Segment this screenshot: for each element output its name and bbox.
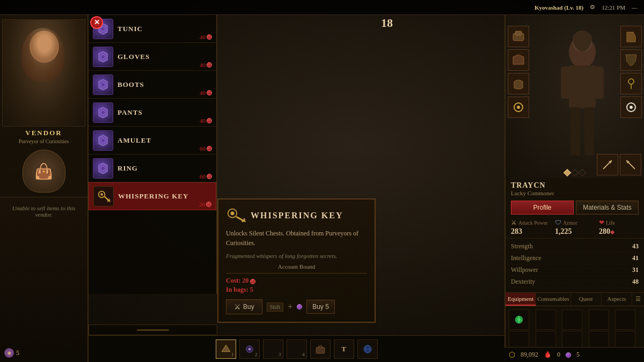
eq-slot-chest[interactable]: [508, 49, 529, 71]
char-class: Lucky Commoner: [506, 190, 644, 198]
sword-icon: ⚔: [511, 219, 517, 227]
action-slot-bag[interactable]: [310, 339, 331, 359]
action-slot-1[interactable]: 1: [216, 339, 236, 359]
materials-button[interactable]: Materials & Stats: [576, 201, 639, 215]
eq-slot-ring2[interactable]: [620, 97, 642, 118]
obol-icon: ◆: [4, 348, 14, 358]
tab-menu-icon[interactable]: ☰: [632, 293, 644, 306]
amulet-cost: 60: [200, 145, 212, 152]
buy5-gem-icon: [297, 304, 302, 309]
svg-rect-25: [593, 67, 604, 99]
vendor-currency-bar: ◆ 5: [4, 348, 19, 358]
vendor-bag: 👜: [23, 150, 65, 193]
dexterity-value: 48: [632, 278, 639, 286]
player-name: Kyovashad (Lv. 18): [535, 4, 583, 11]
shop-item-amulet[interactable]: AMULET 60: [89, 127, 216, 154]
life-label: ❤ Life: [599, 219, 639, 227]
svg-point-36: [630, 106, 633, 109]
action-slot-T[interactable]: T: [334, 339, 354, 359]
top-bar-icon: ⚙: [590, 4, 595, 11]
minimize-icon[interactable]: —: [632, 4, 638, 11]
boots-name: BOOTS: [118, 80, 212, 89]
gloves-icon: [93, 47, 113, 67]
vendor-label: VENDOR Purveyor of Curiosities: [19, 129, 69, 144]
svg-point-44: [248, 348, 251, 350]
vendor-banner: Unable to sell items to this vendor.: [0, 197, 87, 362]
tab-aspects[interactable]: Aspects: [602, 293, 632, 306]
eq-slot-gloves[interactable]: [508, 73, 529, 94]
char-name: TRAYCN: [511, 181, 546, 190]
character-panel: TRAYCN Lucky Commoner Profile Materials …: [504, 15, 644, 362]
diamond-indicators: [565, 170, 585, 175]
action-slot-3[interactable]: 3: [263, 339, 283, 359]
char-name-area: TRAYCN: [506, 178, 644, 190]
eq-slot-weapon1[interactable]: [597, 154, 618, 175]
shop-item-pants[interactable]: PANTS 40: [89, 99, 216, 127]
tab-consumables[interactable]: Consumables: [536, 293, 570, 306]
drag-handle[interactable]: [89, 324, 217, 335]
attack-power-stat: ⚔ Attack Power 283: [511, 219, 551, 236]
boots-icon: [93, 75, 113, 95]
gold-icon: ⬡: [509, 350, 515, 359]
eq-slot-pants[interactable]: [620, 49, 642, 71]
combat-stats: ⚔ Attack Power 283 🛡 Armor 1,225 ❤ Life …: [506, 217, 644, 239]
shield-icon: 🛡: [555, 219, 561, 227]
cost-gem-icon: [250, 279, 255, 284]
buy5-button[interactable]: Buy 5: [306, 300, 335, 314]
action-bar: 1 2 3 4 T: [89, 335, 504, 362]
tunic-cost: 40: [200, 34, 212, 40]
strength-value: 43: [632, 242, 639, 250]
tab-equipment[interactable]: Equipment: [506, 293, 536, 306]
shop-item-ring[interactable]: RING 60: [89, 154, 216, 182]
svg-point-11: [101, 166, 105, 171]
shop-item-gloves[interactable]: GLOVES 40: [89, 43, 216, 71]
buy-row: ⚔ Buy Shift + Buy 5: [226, 299, 367, 314]
amulet-name: AMULET: [118, 136, 212, 145]
equip-cell-gem[interactable]: [509, 309, 529, 330]
bags-value: 5: [250, 286, 253, 293]
shop-item-tunic[interactable]: TUNIC 40: [89, 15, 216, 43]
armor-stat: 🛡 Armor 1,225: [555, 219, 595, 236]
tooltip-in-bags: In bags: 5: [226, 286, 367, 294]
equip-cell-4: [589, 309, 609, 330]
svg-rect-45: [316, 347, 325, 353]
life-stat: ❤ Life 280◆: [599, 219, 639, 236]
tooltip-title: WHISPERING KEY: [226, 207, 367, 224]
intelligence-label: Intelligence: [511, 254, 541, 262]
eq-slot-boots-right[interactable]: [620, 26, 642, 47]
shop-item-boots[interactable]: BOOTS 40: [89, 71, 216, 99]
eq-slot-weapon2[interactable]: [620, 154, 641, 175]
vendor-figure: [3, 20, 85, 126]
tooltip-divider: [226, 273, 367, 274]
action-slot-4[interactable]: 4: [287, 339, 307, 359]
character-portrait: [506, 15, 644, 178]
action-slot-2[interactable]: 2: [239, 339, 260, 359]
buy-button[interactable]: ⚔ Buy: [226, 299, 262, 314]
attack-power-label: ⚔ Attack Power: [511, 219, 551, 227]
equip-cell-3: [562, 309, 582, 330]
eq-slot-ring1[interactable]: [508, 97, 529, 118]
gloves-name: GLOVES: [118, 53, 212, 61]
profile-tabs: Profile Materials & Stats: [506, 198, 644, 217]
eq-slot-amulet[interactable]: [620, 73, 642, 94]
ring-icon: [93, 158, 113, 179]
svg-point-5: [101, 83, 105, 87]
whispering-key-cost: 20: [199, 201, 211, 208]
tooltip-panel: WHISPERING KEY Unlocks Silent Chests. Ob…: [217, 198, 376, 323]
slot-num-1: 1: [231, 352, 234, 357]
strength-label: Strength: [511, 242, 533, 250]
whispering-key-name: WHISPERING KEY: [118, 192, 211, 201]
armor-value: 1,225: [555, 227, 595, 236]
life-value: 280◆: [599, 227, 639, 236]
shop-item-whispering-key[interactable]: WHISPERING KEY 20: [89, 182, 216, 210]
close-button[interactable]: ✕: [90, 16, 103, 29]
svg-point-33: [628, 79, 634, 84]
action-slot-world[interactable]: [357, 339, 378, 359]
amulet-icon: [93, 130, 113, 151]
buy5-hint: Shift: [267, 302, 283, 312]
tab-quest[interactable]: Quest: [571, 293, 602, 306]
weapon-slots: [597, 154, 641, 175]
profile-button[interactable]: Profile: [511, 201, 574, 215]
gold-amount: 89,092: [521, 351, 538, 359]
eq-slot-helm[interactable]: [508, 26, 529, 47]
